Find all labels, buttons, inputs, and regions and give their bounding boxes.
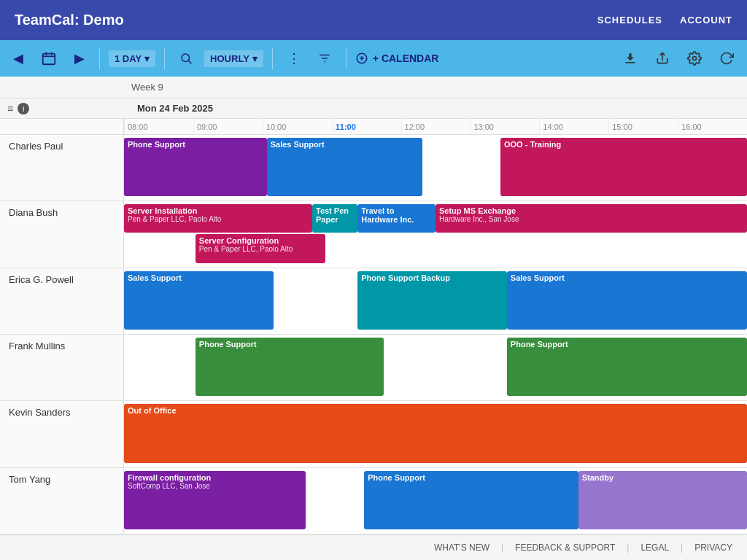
time-slot-11:00: 11:00 — [332, 119, 401, 134]
event-0-2[interactable]: OOO - Training — [500, 138, 747, 196]
grid-row-2: Erica G. PowellSales SupportPhone Suppor… — [0, 268, 747, 335]
settings-button[interactable] — [681, 48, 708, 69]
time-slot-12:00: 12:00 — [401, 119, 471, 134]
download-button[interactable] — [617, 48, 643, 69]
app-title: TeamCal: Demo — [15, 12, 124, 28]
event-1-4[interactable]: Server ConfigurationPen & Paper LLC, Pao… — [196, 234, 325, 262]
divider-2 — [164, 47, 165, 69]
time-header-spacer — [0, 119, 124, 134]
nav-account[interactable]: ACCOUNT — [680, 15, 732, 26]
person-label-4: Kevin Sanders — [0, 401, 124, 467]
person-label-1: Diana Bush — [0, 201, 124, 267]
event-0-1[interactable]: Sales Support — [267, 138, 423, 196]
time-slots-header: 08:0009:0010:0011:0012:0013:0014:0015:00… — [124, 119, 747, 134]
svg-point-4 — [182, 54, 190, 62]
nav-schedules[interactable]: SCHEDULES — [597, 15, 662, 26]
events-area-4: Out of Office — [124, 401, 747, 467]
more-button[interactable]: ⋮ — [282, 47, 306, 69]
svg-rect-12 — [625, 62, 635, 63]
event-2-0[interactable]: Sales Support — [124, 271, 274, 330]
footer-whats-new[interactable]: WHAT'S NEW — [434, 542, 489, 553]
event-0-0[interactable]: Phone Support — [124, 138, 267, 196]
events-area-3: Phone SupportPhone Support — [124, 335, 747, 400]
grid-row-0: Charles PaulPhone SupportSales SupportOO… — [0, 135, 747, 201]
time-slot-13:00: 13:00 — [470, 119, 539, 134]
event-5-0[interactable]: Firewall configurationSoftComp LLC, San … — [124, 471, 306, 529]
footer-feedback[interactable]: FEEDBACK & SUPPORT — [515, 542, 615, 553]
current-date: Mon 24 Feb 2025 — [137, 103, 213, 114]
calendar-grid: Charles PaulPhone SupportSales SupportOO… — [0, 135, 747, 534]
filter-lines-icon[interactable]: ≡ — [7, 103, 13, 114]
event-5-1[interactable]: Phone Support — [364, 471, 578, 529]
events-area-1: Server InstallationPen & Paper LLC, Paol… — [124, 201, 747, 267]
events-area-0: Phone SupportSales SupportOOO - Training — [124, 135, 747, 201]
svg-rect-0 — [43, 54, 55, 65]
day-view-select[interactable]: 1 DAY ▾ — [109, 50, 155, 67]
event-3-1[interactable]: Phone Support — [507, 338, 747, 396]
person-label-5: Tom Yang — [0, 468, 124, 534]
toolbar-right-actions — [617, 48, 740, 69]
date-row: ≡ i Mon 24 Feb 2025 — [0, 98, 747, 119]
events-area-2: Sales SupportPhone Support BackupSales S… — [124, 268, 747, 334]
next-button[interactable]: ▶ — [69, 47, 90, 69]
week-header: Week 9 — [0, 77, 747, 98]
grid-row-5: Tom YangFirewall configurationSoftComp L… — [0, 468, 747, 534]
search-icon-btn[interactable] — [174, 49, 198, 68]
top-bar: TeamCal: Demo SCHEDULES ACCOUNT — [0, 0, 747, 40]
time-header: 08:0009:0010:0011:0012:0013:0014:0015:00… — [0, 119, 747, 135]
divider-4 — [346, 47, 347, 69]
toolbar: ◀ ▶ 1 DAY ▾ HOURLY ▾ ⋮ + CALENDAR — [0, 40, 747, 77]
time-slot-10:00: 10:00 — [263, 119, 332, 134]
top-nav: SCHEDULES ACCOUNT — [597, 15, 732, 26]
prev-button[interactable]: ◀ — [7, 47, 29, 69]
event-2-2[interactable]: Sales Support — [507, 271, 747, 330]
footer-legal[interactable]: LEGAL — [640, 542, 669, 553]
time-slot-15:00: 15:00 — [608, 119, 678, 134]
event-1-0[interactable]: Server InstallationPen & Paper LLC, Paol… — [124, 204, 312, 233]
filter-button[interactable] — [312, 49, 337, 68]
person-label-2: Erica G. Powell — [0, 268, 124, 334]
time-slot-09:00: 09:00 — [193, 119, 263, 134]
event-1-2[interactable]: Travel to Hardware Inc. — [357, 204, 436, 233]
person-label-3: Frank Mullins — [0, 335, 124, 400]
time-slot-08:00: 08:00 — [124, 119, 193, 134]
share-button[interactable] — [649, 48, 676, 69]
footer-privacy[interactable]: PRIVACY — [694, 542, 732, 553]
event-3-0[interactable]: Phone Support — [196, 338, 384, 396]
event-1-1[interactable]: Test Pen Paper — [312, 204, 357, 233]
app-title-area: TeamCal: Demo — [15, 12, 124, 28]
calendar-container: Week 9 ≡ i Mon 24 Feb 2025 08:0009:0010:… — [0, 77, 747, 534]
time-slot-16:00: 16:00 — [678, 119, 747, 134]
svg-point-13 — [693, 57, 697, 61]
hourly-view-select[interactable]: HOURLY ▾ — [204, 50, 263, 67]
grid-row-4: Kevin SandersOut of Office — [0, 401, 747, 467]
event-2-1[interactable]: Phone Support Backup — [357, 271, 507, 330]
add-calendar-button[interactable]: + CALENDAR — [355, 52, 439, 65]
grid-row-1: Diana BushServer InstallationPen & Paper… — [0, 201, 747, 268]
event-1-3[interactable]: Setup MS ExchangeHardware Inc., San Jose — [436, 204, 747, 233]
svg-line-5 — [188, 61, 191, 63]
event-4-0[interactable]: Out of Office — [124, 404, 747, 462]
time-slot-14:00: 14:00 — [539, 119, 608, 134]
event-5-2[interactable]: Standby — [578, 471, 747, 529]
person-label-0: Charles Paul — [0, 135, 124, 201]
today-button[interactable] — [35, 47, 63, 69]
footer: WHAT'S NEW | FEEDBACK & SUPPORT | LEGAL … — [0, 534, 747, 560]
grid-row-3: Frank MullinsPhone SupportPhone Support — [0, 335, 747, 401]
week-label: Week 9 — [131, 82, 163, 93]
events-area-5: Firewall configurationSoftComp LLC, San … — [124, 468, 747, 534]
divider-3 — [272, 47, 273, 69]
refresh-button[interactable] — [713, 48, 740, 69]
divider-1 — [99, 47, 100, 69]
info-icon[interactable]: i — [18, 103, 29, 114]
